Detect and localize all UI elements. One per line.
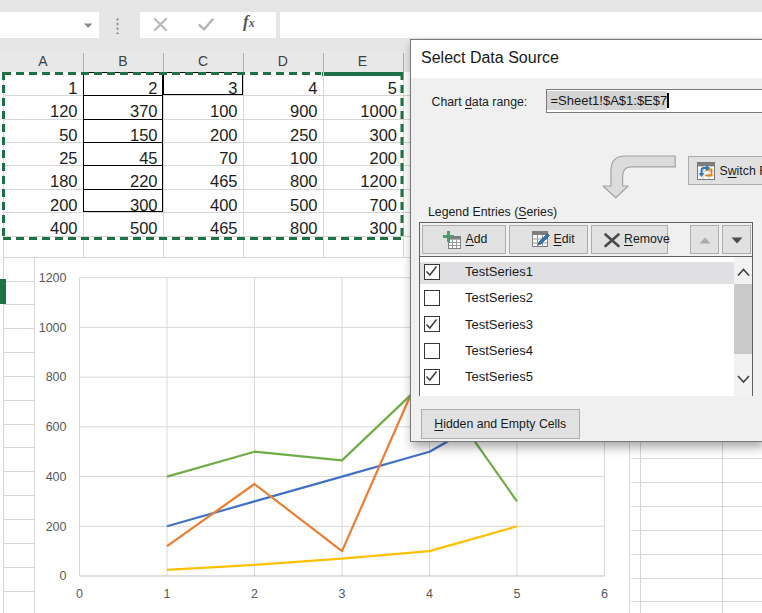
svg-text:600: 600: [45, 420, 66, 434]
svg-text:400: 400: [45, 470, 66, 484]
svg-text:1200: 1200: [38, 271, 66, 285]
svg-text:4: 4: [426, 587, 433, 601]
svg-text:0: 0: [59, 569, 66, 583]
svg-text:6: 6: [601, 587, 608, 601]
svg-text:200: 200: [45, 520, 66, 534]
svg-text:1: 1: [163, 587, 170, 601]
svg-text:0: 0: [76, 587, 83, 601]
svg-text:5: 5: [513, 587, 520, 601]
svg-text:800: 800: [45, 370, 66, 384]
svg-text:3: 3: [338, 587, 345, 601]
svg-text:1000: 1000: [38, 321, 66, 335]
svg-text:2: 2: [251, 587, 258, 601]
